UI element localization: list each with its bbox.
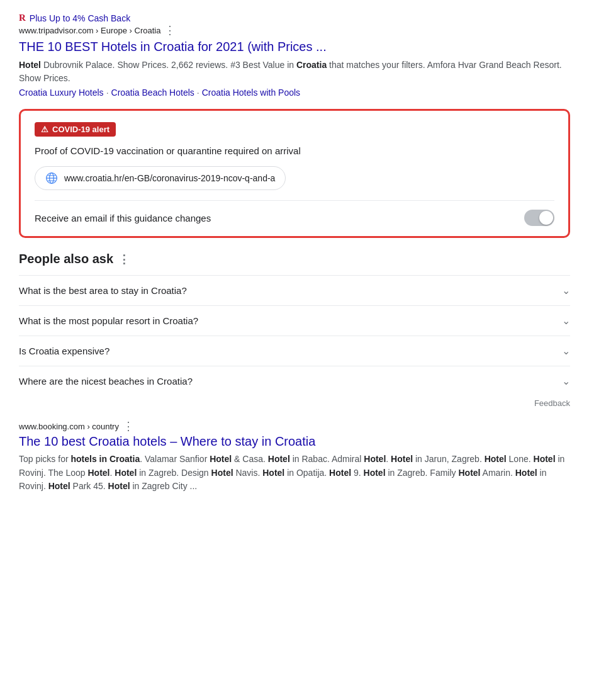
cashback-r-logo: R bbox=[19, 13, 26, 23]
chevron-down-icon-2: ⌄ bbox=[562, 345, 570, 357]
cashback-line: R Plus Up to 4% Cash Back bbox=[19, 13, 570, 23]
sub-separator-1: · bbox=[106, 88, 109, 98]
covid-alert-card: ⚠ COVID-19 alert Proof of COVID-19 vacci… bbox=[19, 109, 570, 238]
tripadvisor-url-line: www.tripadvisor.com › Europe › Croatia ⋮ bbox=[19, 25, 570, 36]
chevron-down-icon-1: ⌄ bbox=[562, 315, 570, 327]
covid-email-label: Receive an email if this guidance change… bbox=[35, 213, 211, 223]
paa-question-0: What is the best area to stay in Croatia… bbox=[19, 285, 187, 296]
globe-icon bbox=[45, 172, 58, 184]
chevron-down-icon-3: ⌄ bbox=[562, 375, 570, 387]
paa-options-icon[interactable]: ⋮ bbox=[118, 254, 130, 265]
paa-question-1: What is the most popular resort in Croat… bbox=[19, 315, 198, 326]
tripadvisor-options-icon[interactable]: ⋮ bbox=[164, 25, 176, 36]
tripadvisor-result: R Plus Up to 4% Cash Back www.tripadviso… bbox=[19, 13, 570, 98]
covid-badge-label: COVID-19 alert bbox=[52, 125, 109, 134]
covid-description: Proof of COVID-19 vaccination or quarant… bbox=[35, 144, 554, 157]
people-also-ask-section: People also ask ⋮ What is the best area … bbox=[19, 252, 570, 408]
warning-icon: ⚠ bbox=[41, 125, 48, 134]
paa-item-0[interactable]: What is the best area to stay in Croatia… bbox=[19, 275, 570, 305]
sub-link-pools[interactable]: Croatia Hotels with Pools bbox=[202, 88, 300, 98]
paa-question-2: Is Croatia expensive? bbox=[19, 346, 109, 356]
paa-question-3: Where are the nicest beaches in Croatia? bbox=[19, 376, 193, 387]
tripadvisor-snippet: Hotel Dubrovnik Palace. Show Prices. 2,6… bbox=[19, 59, 570, 85]
paa-item-1[interactable]: What is the most popular resort in Croat… bbox=[19, 305, 570, 336]
toggle-knob bbox=[539, 211, 553, 225]
paa-heading-text: People also ask bbox=[19, 252, 113, 266]
covid-divider bbox=[35, 200, 554, 201]
cashback-text: Plus Up to 4% Cash Back bbox=[30, 13, 130, 23]
covid-badge: ⚠ COVID-19 alert bbox=[35, 122, 116, 137]
tripadvisor-sub-links: Croatia Luxury Hotels · Croatia Beach Ho… bbox=[19, 88, 570, 98]
booking-url-line: www.booking.com › country ⋮ bbox=[19, 421, 570, 432]
covid-url-pill[interactable]: www.croatia.hr/en-GB/coronavirus-2019-nc… bbox=[35, 166, 286, 190]
paa-item-3[interactable]: Where are the nicest beaches in Croatia?… bbox=[19, 366, 570, 396]
booking-result: www.booking.com › country ⋮ The 10 best … bbox=[19, 421, 570, 494]
sub-link-luxury[interactable]: Croatia Luxury Hotels bbox=[19, 88, 104, 98]
sub-separator-2: · bbox=[197, 88, 199, 98]
paa-header: People also ask ⋮ bbox=[19, 252, 570, 266]
paa-item-2[interactable]: Is Croatia expensive? ⌄ bbox=[19, 336, 570, 366]
booking-snippet: Top picks for hotels in Croatia. Valamar… bbox=[19, 453, 570, 494]
booking-url: www.booking.com › country bbox=[19, 422, 119, 431]
tripadvisor-url: www.tripadvisor.com › Europe › Croatia bbox=[19, 26, 160, 35]
covid-url-text: www.croatia.hr/en-GB/coronavirus-2019-nc… bbox=[64, 173, 275, 183]
chevron-down-icon-0: ⌄ bbox=[562, 285, 570, 296]
email-notification-toggle[interactable] bbox=[524, 210, 554, 226]
booking-title-link[interactable]: The 10 best Croatia hotels – Where to st… bbox=[19, 434, 570, 449]
tripadvisor-title-link[interactable]: THE 10 BEST Hotels in Croatia for 2021 (… bbox=[19, 38, 570, 55]
sub-link-beach[interactable]: Croatia Beach Hotels bbox=[111, 88, 194, 98]
booking-options-icon[interactable]: ⋮ bbox=[123, 421, 135, 432]
covid-email-row: Receive an email if this guidance change… bbox=[35, 210, 554, 226]
feedback-link[interactable]: Feedback bbox=[19, 398, 570, 408]
